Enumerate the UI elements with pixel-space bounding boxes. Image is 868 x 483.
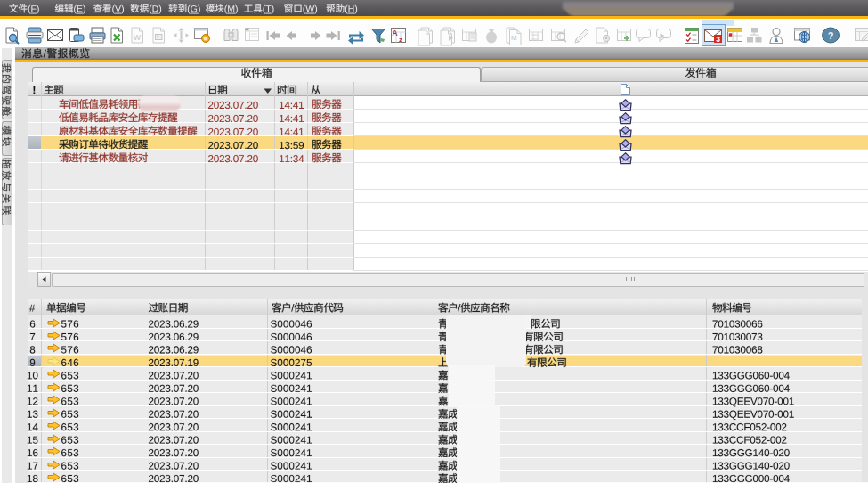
svg-text:M: M bbox=[511, 34, 517, 42]
svg-text:z: z bbox=[399, 36, 402, 44]
svg-text:3: 3 bbox=[716, 35, 720, 44]
svg-text:W: W bbox=[134, 33, 141, 42]
svg-text:A: A bbox=[393, 29, 398, 37]
svg-text:?: ? bbox=[828, 30, 834, 41]
